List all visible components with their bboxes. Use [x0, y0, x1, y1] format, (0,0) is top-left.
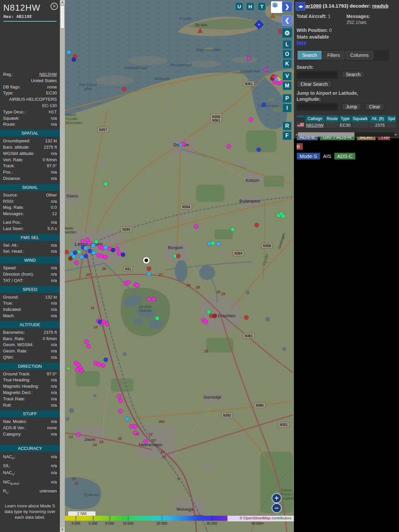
scroll-right-icon[interactable]: ▶ — [394, 132, 398, 137]
column-header[interactable]: Type — [339, 115, 351, 122]
aircraft-history-dot[interactable] — [67, 50, 71, 55]
aircraft-history-dot[interactable] — [211, 241, 215, 245]
map-button-F[interactable]: F — [283, 131, 292, 140]
aircraft-history-dot[interactable] — [204, 320, 208, 324]
badge-ais[interactable]: AIS — [322, 153, 332, 160]
aircraft-history-dot[interactable] — [147, 297, 151, 302]
chevron-right-icon[interactable]: ❯ — [282, 2, 292, 12]
aircraft-history-dot[interactable] — [104, 245, 108, 250]
aircraft-history-dot[interactable] — [84, 340, 89, 344]
aircraft-history-dot[interactable] — [92, 251, 96, 255]
map-button-L[interactable]: L — [283, 40, 292, 49]
aircraft-history-dot[interactable] — [255, 223, 259, 227]
info-value[interactable]: N812HW — [39, 71, 57, 78]
aircraft-history-dot[interactable] — [155, 316, 160, 321]
column-header[interactable]: Squawk — [351, 115, 369, 122]
aircraft-history-dot[interactable] — [80, 255, 84, 259]
tar1090-link[interactable]: tar1090 — [304, 3, 322, 9]
scrollbar-thumb[interactable] — [60, 5, 65, 29]
readsb-link[interactable]: readsb — [372, 3, 388, 9]
map-button-I[interactable]: I — [283, 104, 292, 112]
stats-here-link[interactable]: here — [297, 40, 307, 45]
aircraft-history-dot[interactable] — [176, 254, 181, 258]
aircraft-history-dot[interactable] — [104, 182, 108, 186]
column-header[interactable]: Callsign — [305, 115, 325, 122]
sidebar-scrollbar[interactable]: ▲ ▼ — [60, 0, 65, 532]
badge-mode-s[interactable]: Mode-S — [297, 153, 320, 160]
aircraft-history-dot[interactable] — [91, 243, 95, 248]
zoom-out-button[interactable]: − — [272, 503, 282, 513]
aircraft-history-dot[interactable] — [86, 344, 91, 349]
aircraft-history-dot[interactable] — [97, 362, 101, 367]
tab-filters[interactable]: Filters — [323, 51, 344, 60]
aircraft-history-dot[interactable] — [87, 241, 91, 245]
layers-button[interactable] — [271, 1, 283, 13]
aircraft-history-dot[interactable] — [244, 316, 249, 320]
aircraft-history-dot[interactable] — [76, 433, 81, 437]
map-button-V[interactable]: V — [283, 72, 292, 80]
badge-ads-c[interactable]: ADS-C — [334, 153, 356, 160]
aircraft-history-dot[interactable] — [72, 58, 76, 62]
aircraft-history-dot[interactable] — [147, 272, 151, 276]
aircraft-history-dot[interactable] — [100, 254, 104, 258]
column-header[interactable]: Spd — [387, 115, 396, 122]
callsign-cell[interactable]: N812HW — [305, 122, 325, 128]
aircraft-history-dot[interactable] — [94, 240, 99, 244]
map-button-T[interactable]: T — [258, 3, 266, 10]
aircraft-history-dot[interactable] — [118, 409, 123, 413]
aircraft-history-dot[interactable] — [111, 248, 115, 252]
aircraft-history-dot[interactable] — [121, 253, 125, 257]
aircraft-history-dot[interactable] — [98, 320, 102, 324]
zoom-in-button[interactable]: + — [272, 493, 282, 503]
aircraft-history-dot[interactable] — [80, 239, 85, 244]
aircraft-history-dot[interactable] — [105, 322, 109, 327]
map-button-M[interactable]: M — [283, 81, 292, 90]
aircraft-history-dot[interactable] — [213, 314, 217, 318]
table-row[interactable]: N812HW EC30 2375 — [297, 122, 396, 128]
jump-input[interactable] — [297, 103, 338, 110]
tab-search[interactable]: Search — [298, 51, 322, 60]
aircraft-history-dot[interactable] — [84, 246, 88, 250]
scroll-left-icon[interactable]: ◀ — [295, 132, 298, 137]
aircraft-history-dot[interactable] — [194, 224, 199, 229]
aircraft-history-dot[interactable] — [72, 255, 76, 259]
search-input[interactable] — [297, 71, 338, 78]
aircraft-history-dot[interactable] — [133, 425, 137, 429]
aircraft-history-dot[interactable] — [77, 250, 81, 254]
aircraft-history-dot[interactable] — [115, 247, 119, 251]
aircraft-history-dot[interactable] — [147, 267, 151, 271]
map-button-O[interactable]: O — [283, 50, 292, 59]
aircraft-history-dot[interactable] — [207, 310, 211, 314]
map-button-H[interactable]: H — [246, 3, 254, 10]
column-header[interactable]: Route — [326, 115, 339, 122]
aircraft-history-dot[interactable] — [133, 431, 138, 435]
aircraft-history-dot[interactable] — [125, 417, 130, 421]
map-button-K[interactable]: K — [283, 60, 292, 68]
search-button[interactable]: Search — [342, 71, 364, 78]
aircraft-history-dot[interactable] — [227, 144, 231, 149]
map-button-P[interactable]: P — [283, 94, 292, 103]
jump-clear-button[interactable]: Clear — [365, 103, 384, 110]
aircraft-history-dot[interactable] — [75, 368, 79, 372]
aircraft-history-dot[interactable] — [122, 87, 126, 91]
scroll-down-icon[interactable]: ▼ — [60, 527, 65, 532]
aircraft-history-dot[interactable] — [135, 283, 140, 288]
map-canvas[interactable]: FryslânDe HonEngelsmanplaatWierumerwadAm… — [65, 0, 294, 532]
aircraft-history-dot[interactable] — [144, 440, 148, 444]
aircraft-history-dot[interactable] — [65, 250, 68, 254]
attribution-text[interactable]: © OpenStreetMap contributors. — [240, 516, 293, 520]
aircraft-history-dot[interactable] — [88, 249, 92, 253]
aircraft-history-dot[interactable] — [74, 261, 79, 265]
map[interactable]: FryslânDe HonEngelsmanplaatWierumerwadAm… — [65, 0, 294, 532]
aircraft-history-dot[interactable] — [80, 369, 84, 373]
aircraft-history-dot[interactable] — [84, 254, 88, 258]
aircraft-history-dot[interactable] — [182, 142, 186, 146]
clear-search-button[interactable]: Clear Search — [297, 80, 332, 88]
tab-columns[interactable]: Columns — [345, 51, 373, 60]
column-header[interactable]: Alt. (ft) — [369, 115, 386, 122]
scroll-up-icon[interactable]: ▲ — [60, 0, 65, 5]
aircraft-history-dot[interactable] — [273, 80, 277, 84]
aircraft-history-dot[interactable] — [152, 297, 156, 302]
aircraft-history-dot[interactable] — [117, 251, 121, 256]
aircraft-history-dot[interactable] — [249, 118, 253, 122]
